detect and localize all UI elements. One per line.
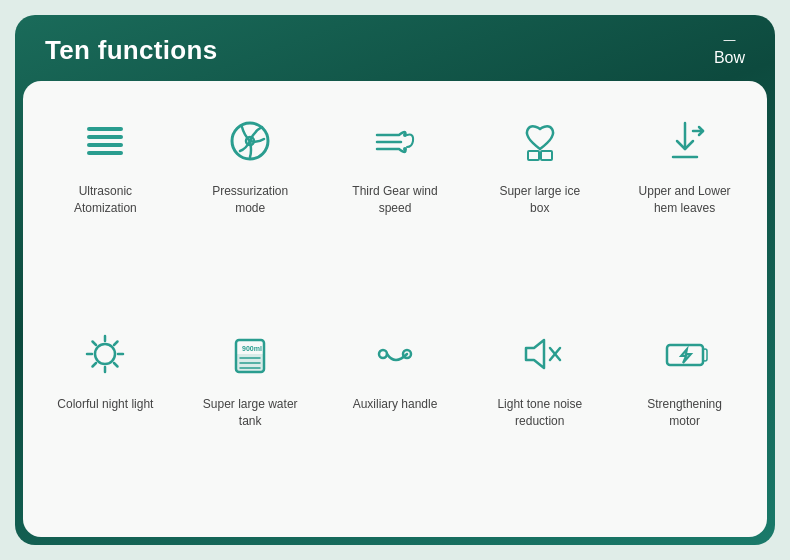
header: Ten functions Bow [15,15,775,81]
svg-rect-2 [87,143,123,147]
pressurization-icon [220,111,280,171]
bow-label: Bow [714,49,745,67]
svg-rect-31 [703,349,707,361]
svg-line-17 [114,363,118,367]
pressurization-label: Pressurization mode [200,183,300,217]
watertank-label: Super large water tank [200,396,300,430]
svg-text:900ml: 900ml [242,345,262,352]
wind-icon [365,111,425,171]
icebox-icon [510,111,570,171]
ultrasonic-label: Ultrasonic Atomization [55,183,155,217]
noise-label: Light tone noise reduction [490,396,590,430]
svg-rect-0 [87,127,123,131]
outer-card: Ten functions Bow Ultrasonic Atomization [15,15,775,545]
svg-line-18 [114,342,118,346]
wind-label: Third Gear wind speed [345,183,445,217]
handle-icon [365,324,425,384]
hemleaves-icon [655,111,715,171]
svg-rect-1 [87,135,123,139]
motor-icon [655,324,715,384]
header-bow: Bow [714,33,745,67]
function-item-ultrasonic: Ultrasonic Atomization [33,101,178,304]
nightlight-label: Colorful night light [57,396,153,413]
noise-icon [510,324,570,384]
function-item-watertank: 900ml Super large water tank [178,314,323,517]
function-item-pressurization: Pressurization mode [178,101,323,304]
motor-label: Strengthening motor [635,396,735,430]
svg-line-19 [93,363,97,367]
svg-rect-3 [87,151,123,155]
svg-point-11 [95,344,115,364]
page-title: Ten functions [45,35,217,66]
function-item-icebox: Super large ice box [467,101,612,304]
watertank-icon: 900ml [220,324,280,384]
function-item-nightlight: Colorful night light [33,314,178,517]
function-item-wind: Third Gear wind speed [323,101,468,304]
function-item-noise: Light tone noise reduction [467,314,612,517]
svg-rect-8 [528,151,539,160]
svg-rect-9 [541,151,552,160]
inner-card: Ultrasonic Atomization Pressurization m [23,81,767,537]
function-item-motor: Strengthening motor [612,314,757,517]
function-item-hemleaves: Upper and Lower hem leaves [612,101,757,304]
nightlight-icon [75,324,135,384]
functions-grid: Ultrasonic Atomization Pressurization m [33,101,757,517]
icebox-label: Super large ice box [490,183,590,217]
svg-line-16 [93,342,97,346]
ultrasonic-icon [75,111,135,171]
function-item-handle: Auxiliary handle [323,314,468,517]
handle-label: Auxiliary handle [353,396,438,413]
hemleaves-label: Upper and Lower hem leaves [635,183,735,217]
